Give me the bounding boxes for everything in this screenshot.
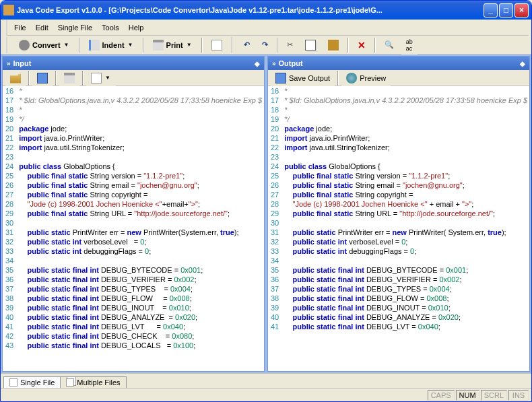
- input-open-button[interactable]: [5, 70, 26, 86]
- indent-button[interactable]: Indent▼: [84, 37, 139, 53]
- copy-button[interactable]: [300, 37, 321, 53]
- page-icon: [211, 40, 222, 51]
- app-window: Java Code Export v1.0.0 - [G:\Projects\C…: [0, 0, 532, 402]
- menu-edit[interactable]: Edit: [32, 22, 53, 33]
- output-panel-header[interactable]: » Output ◆: [268, 57, 529, 70]
- status-caps: CAPS: [428, 390, 455, 401]
- save-icon: [37, 73, 48, 83]
- convert-button[interactable]: Convert▼: [14, 37, 75, 53]
- paste-icon: [328, 40, 339, 51]
- input-panel-title: Input: [13, 59, 252, 67]
- expand-icon: »: [7, 60, 11, 67]
- collapse-icon[interactable]: ◆: [255, 60, 260, 67]
- print-icon: [64, 73, 75, 83]
- delete-icon: ✕: [358, 40, 366, 51]
- indent-icon: [89, 40, 100, 51]
- close-button[interactable]: ×: [514, 3, 529, 18]
- window-title: Java Code Export v1.0.0 - [G:\Projects\C…: [17, 6, 484, 14]
- input-print-button[interactable]: [59, 70, 79, 86]
- input-editor[interactable]: 1617181920212223242526272829303132333435…: [3, 86, 264, 371]
- main-toolbar: Convert▼ Indent▼ Print▼ ↶ ↷ ✂ ✕ 🔍 abac: [1, 36, 531, 55]
- options-button[interactable]: [207, 37, 227, 53]
- content-area: » Input ◆ ▼ 1617181920212223242526272829…: [1, 55, 531, 373]
- pages-icon: [66, 378, 74, 387]
- preview-icon: [91, 73, 102, 83]
- tab-single-file[interactable]: Single File: [3, 376, 61, 388]
- preview-button[interactable]: Preview: [341, 70, 391, 86]
- globe-icon: [346, 73, 357, 83]
- delete-button[interactable]: ✕: [353, 37, 370, 53]
- menubar: File Edit Single File Tools Help: [6, 20, 529, 36]
- print-icon: [153, 40, 164, 51]
- input-toolbar: ▼: [3, 70, 264, 86]
- convert-icon: [19, 40, 30, 51]
- replace-button[interactable]: abac: [401, 36, 418, 55]
- collapse-icon[interactable]: ◆: [520, 60, 525, 67]
- paste-button[interactable]: [323, 37, 343, 53]
- output-panel: » Output ◆ Save Output Preview 161718192…: [267, 56, 530, 372]
- maximize-button[interactable]: □: [499, 3, 513, 18]
- input-save-button[interactable]: [32, 70, 53, 86]
- copy-icon: [305, 40, 316, 51]
- undo-button[interactable]: ↶: [239, 38, 255, 52]
- output-code-area[interactable]: * * $Id: GlobalOptions.java.in,v 4.3.2.2…: [284, 86, 529, 371]
- output-line-gutter: 1617181920212223242526272829303132333435…: [268, 86, 284, 371]
- print-button[interactable]: Print▼: [148, 37, 197, 53]
- menu-help[interactable]: Help: [125, 22, 148, 33]
- tab-multiple-files[interactable]: Multiple Files: [60, 376, 126, 388]
- output-editor[interactable]: 1617181920212223242526272829303132333435…: [268, 86, 529, 371]
- menu-tools[interactable]: Tools: [98, 22, 123, 33]
- statusbar: CAPS NUM SCRL INS: [1, 388, 531, 401]
- find-icon: 🔍: [385, 40, 394, 49]
- expand-icon: »: [272, 60, 276, 67]
- open-icon: [10, 73, 21, 83]
- input-line-gutter: 1617181920212223242526272829303132333435…: [3, 86, 19, 371]
- redo-button[interactable]: ↷: [257, 38, 273, 52]
- titlebar[interactable]: Java Code Export v1.0.0 - [G:\Projects\C…: [1, 1, 531, 20]
- input-panel: » Input ◆ ▼ 1617181920212223242526272829…: [2, 56, 265, 372]
- save-output-button[interactable]: Save Output: [271, 70, 335, 86]
- input-preview-button[interactable]: ▼: [86, 70, 116, 86]
- redo-icon: ↷: [262, 40, 268, 49]
- status-scrl: SCRL: [481, 390, 507, 401]
- minimize-button[interactable]: _: [484, 3, 498, 18]
- find-button[interactable]: 🔍: [380, 38, 399, 52]
- replace-icon: abac: [406, 38, 413, 52]
- cut-icon: ✂: [287, 40, 293, 49]
- input-panel-header[interactable]: » Input ◆: [3, 57, 264, 70]
- cut-button[interactable]: ✂: [282, 38, 298, 52]
- app-icon: [3, 5, 14, 15]
- status-num: NUM: [456, 390, 479, 401]
- save-icon: [275, 73, 286, 83]
- menu-file[interactable]: File: [10, 22, 30, 33]
- status-ins: INS: [508, 390, 529, 401]
- input-code-area[interactable]: * * $Id: GlobalOptions.java.in,v 4.3.2.2…: [19, 86, 264, 371]
- undo-icon: ↶: [244, 40, 250, 49]
- output-toolbar: Save Output Preview: [268, 70, 529, 86]
- bottom-tabs: Single File Multiple Files: [1, 373, 531, 388]
- output-panel-title: Output: [279, 59, 517, 67]
- page-icon: [9, 378, 18, 387]
- menu-single-file[interactable]: Single File: [54, 22, 96, 33]
